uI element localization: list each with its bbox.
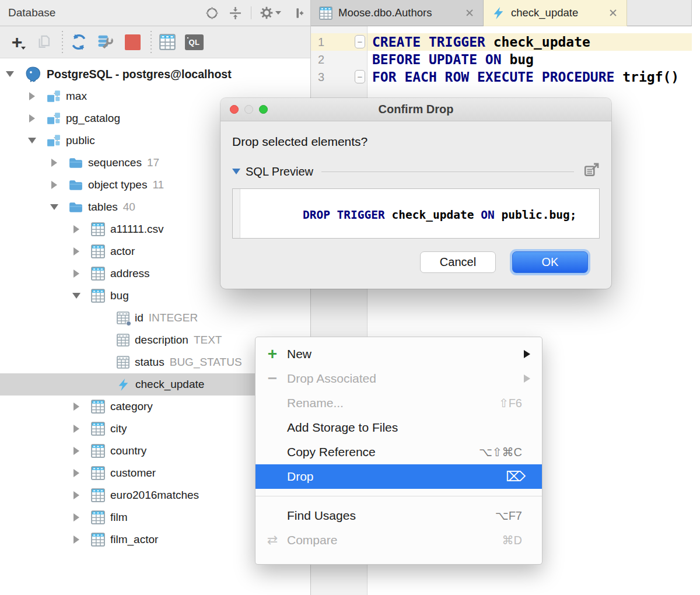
tree-item-label: description: [135, 334, 188, 346]
tab-moose-dbo-authors[interactable]: Moose.dbo.Authors: [311, 0, 484, 26]
chevron-right-icon[interactable]: [70, 447, 83, 455]
table-icon: [91, 488, 105, 502]
open-in-editor-icon[interactable]: [583, 162, 600, 181]
locate-icon[interactable]: [204, 5, 219, 20]
gutter-line-3: 3 −: [311, 68, 367, 86]
dialog-buttons: Cancel OK: [420, 251, 588, 273]
menu-item-find-usages[interactable]: Find Usages ⌥F7: [256, 503, 542, 528]
jump-to-console-button[interactable]: QL: [184, 32, 204, 52]
tree-item-label: id: [135, 312, 144, 324]
add-datasource-button[interactable]: +: [7, 32, 27, 52]
chevron-right-icon[interactable]: [70, 513, 83, 522]
tree-item-type: BUG_STATUS: [170, 356, 242, 369]
chevron-right-icon[interactable]: [48, 181, 61, 189]
menu-item-label: Find Usages: [287, 509, 356, 523]
gutter-line-1: 1 −: [311, 33, 367, 51]
editor-scrollbar-area[interactable]: [692, 26, 700, 595]
menu-shortcut: ⇧F6: [499, 396, 522, 410]
menu-shortcut: ⌥⇧⌘C: [479, 445, 522, 459]
cancel-button[interactable]: Cancel: [420, 251, 496, 273]
settings-gear-icon[interactable]: [260, 6, 281, 20]
fold-marker-icon[interactable]: −: [355, 35, 365, 48]
code-line-2[interactable]: BEFORE UPDATE ON bug: [368, 51, 692, 68]
collapse-all-icon[interactable]: [228, 5, 243, 20]
table-view-button[interactable]: [158, 32, 177, 52]
tree-item-label: a11111.csv: [110, 223, 164, 236]
primary-key-dot-icon: [126, 321, 131, 326]
disclosure-triangle-icon[interactable]: [232, 169, 240, 174]
tree-row-postgresql[interactable]: PostgreSQL - postgres@localhost: [0, 63, 310, 85]
menu-item-label: Drop Associated: [287, 372, 376, 386]
sql-keyword: BEFORE UPDATE ON: [372, 52, 509, 67]
sql-keyword: ON: [481, 208, 501, 222]
schema-icon: [47, 111, 61, 125]
line-number: 1: [318, 36, 324, 49]
close-icon[interactable]: [464, 8, 475, 18]
menu-item-add-storage-to-files[interactable]: Add Storage to Files: [256, 415, 542, 440]
code-line-3[interactable]: FOR EACH ROW EXECUTE PROCEDURE trigf(): [368, 68, 692, 86]
sql-identifier: public.bug;: [501, 208, 576, 222]
menu-item-rename[interactable]: Rename... ⇧F6: [256, 391, 542, 415]
chevron-right-icon[interactable]: [70, 491, 83, 499]
tab-label: check_update: [511, 6, 578, 19]
sql-preview-label: SQL Preview: [246, 165, 313, 178]
dialog-titlebar[interactable]: Confirm Drop: [220, 98, 611, 121]
chevron-right-icon[interactable]: [70, 247, 83, 256]
ok-button[interactable]: OK: [512, 251, 588, 273]
duplicate-button[interactable]: [34, 32, 54, 52]
table-icon: [91, 222, 105, 236]
chevron-down-icon[interactable]: [70, 293, 83, 299]
menu-item-copy-reference[interactable]: Copy Reference ⌥⇧⌘C: [256, 440, 542, 464]
chevron-down-icon[interactable]: [4, 71, 16, 77]
chevron-down-icon[interactable]: [48, 204, 61, 210]
database-panel-header: Database: [0, 0, 310, 26]
folder-icon: [69, 157, 83, 169]
confirm-drop-dialog: Confirm Drop Drop selected elements? SQL…: [220, 98, 611, 289]
menu-item-label: Copy Reference: [287, 445, 376, 459]
table-icon: [91, 533, 105, 547]
hide-panel-icon[interactable]: [289, 5, 304, 20]
menu-item-label: Add Storage to Files: [287, 421, 398, 435]
menu-item-drop[interactable]: Drop ⌦: [256, 464, 542, 489]
chevron-right-icon[interactable]: [26, 92, 38, 100]
column-icon: [117, 356, 130, 369]
chevron-right-icon[interactable]: [70, 536, 83, 544]
sql-keyword: CREATE TRIGGER: [372, 34, 494, 50]
chevron-right-icon[interactable]: [70, 270, 83, 278]
header-divider: [251, 6, 251, 19]
tree-item-count: 40: [123, 201, 135, 214]
menu-item-new[interactable]: + New: [256, 342, 542, 366]
stop-button[interactable]: [123, 32, 142, 52]
chevron-right-icon[interactable]: [70, 225, 83, 233]
chevron-right-icon[interactable]: [48, 159, 61, 167]
dialog-body: Drop selected elements? SQL Preview DROP…: [220, 121, 611, 289]
tree-item-label: film_actor: [110, 533, 158, 546]
sql-preview-box[interactable]: DROP TRIGGER check_update ON public.bug;: [232, 188, 600, 239]
chevron-down-icon[interactable]: [26, 138, 38, 144]
synchronize-button[interactable]: [69, 32, 89, 52]
schema-icon: [47, 89, 61, 103]
tree-item-label: pg_catalog: [66, 112, 120, 125]
ql-console-icon: QL: [185, 34, 204, 50]
sql-identifier: trigf(): [622, 69, 679, 85]
code-line-1[interactable]: CREATE TRIGGER check_update: [368, 33, 692, 51]
sql-keyword: DROP TRIGGER: [303, 208, 392, 222]
chevron-right-icon[interactable]: [70, 469, 83, 477]
tree-item-label: max: [66, 90, 87, 103]
datasource-properties-button[interactable]: [96, 32, 116, 52]
chevron-right-icon[interactable]: [70, 425, 83, 433]
sql-keyword: FOR EACH ROW EXECUTE PROCEDURE: [372, 69, 622, 85]
menu-item-compare[interactable]: ⇄ Compare ⌘D: [256, 528, 542, 552]
tab-check-update[interactable]: check_update: [484, 0, 627, 26]
chevron-right-icon[interactable]: [70, 402, 83, 411]
tree-item-type: INTEGER: [149, 312, 198, 324]
menu-item-label: Rename...: [287, 396, 344, 410]
chevron-right-icon[interactable]: [26, 114, 38, 123]
trigger-bolt-icon: [117, 378, 130, 391]
column-icon: [117, 334, 130, 346]
close-icon[interactable]: [608, 8, 618, 18]
tree-row-column-id[interactable]: id INTEGER: [0, 307, 310, 329]
menu-item-drop-associated[interactable]: − Drop Associated: [256, 366, 542, 391]
sql-preview-section-header[interactable]: SQL Preview: [232, 162, 600, 181]
fold-marker-icon[interactable]: −: [355, 70, 365, 83]
